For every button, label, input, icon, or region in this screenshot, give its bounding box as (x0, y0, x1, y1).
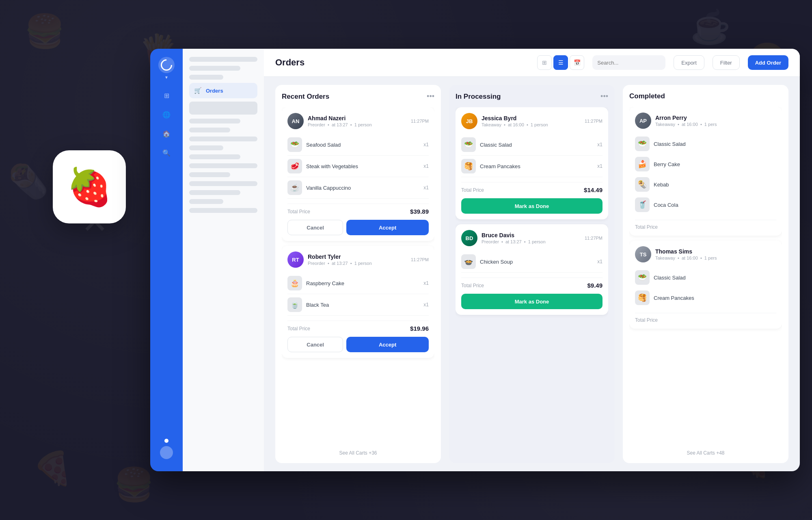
total-price-robert: $19.96 (410, 325, 429, 332)
nav-skel-2 (189, 66, 240, 71)
item-qty-chicken-soup: x1 (597, 259, 603, 264)
logo-spinner (158, 57, 175, 73)
item-img-cappuccino: ☕ (287, 180, 302, 195)
recent-orders-scroll: AN Ahmad Nazeri Preorder • at 13:27 • 1 … (282, 107, 434, 444)
order-info-robert: Robert Tyler Preorder • at 13:27 • 1 per… (308, 254, 407, 266)
view-toggle-group: ⊞ ☰ 📅 (537, 55, 584, 70)
completed-scroll: AP Arron Perry Takeaway • at 16:00 • 1 p… (629, 107, 782, 444)
item-img-raspberry-cake: 🎂 (287, 276, 302, 290)
item-img-classic-salad-j: 🥗 (461, 137, 476, 152)
mark-done-button-bruce[interactable]: Mark as Done (461, 294, 603, 309)
order-header-bruce: BD Bruce Davis Preorder • at 13:27 • 1 p… (461, 230, 603, 246)
sidebar-item-home[interactable]: 🏠 (155, 126, 178, 142)
order-header-ahmad: AN Ahmad Nazeri Preorder • at 13:27 • 1 … (287, 113, 429, 129)
nav-skel-7 (189, 136, 257, 141)
recent-orders-menu-icon[interactable]: ••• (427, 92, 434, 101)
completed-img-coca-cola: 🥤 (635, 197, 650, 212)
avatar-bruce: BD (461, 230, 477, 246)
in-processing-scroll: JB Jessica Byrd Takeaway • at 16:00 • 1 … (456, 107, 608, 456)
item-img-black-tea: 🍵 (287, 297, 302, 312)
total-row-bruce: Total Price $9.49 (461, 277, 603, 289)
order-info-arron: Arron Perry Takeaway • at 16:00 • 1 pers (655, 115, 776, 127)
mark-done-button-jessica[interactable]: Mark as Done (461, 198, 603, 214)
left-nav-skeleton-2 (189, 102, 257, 213)
in-processing-column: In Processing ••• JB Jessica Byrd Takeaw… (449, 85, 615, 463)
see-all-recent[interactable]: See All Carts +36 (282, 450, 434, 456)
sidebar-item-dashboard[interactable]: ⊞ (155, 88, 178, 104)
view-calendar-button[interactable]: 📅 (570, 55, 584, 70)
order-header-arron: AP Arron Perry Takeaway • at 16:00 • 1 p… (635, 113, 776, 129)
item-qty-steak: x1 (423, 163, 429, 169)
accept-button-ahmad[interactable]: Accept (346, 220, 429, 235)
nav-skel-8 (189, 145, 223, 150)
export-button[interactable]: Export (674, 55, 704, 70)
avatar-ahmad: AN (287, 113, 304, 129)
main-content: Orders ⊞ ☰ 📅 Export Filter Add Order Rec… (264, 49, 800, 471)
order-item-cappuccino: ☕ Vanilla Cappuccino x1 (287, 177, 429, 199)
order-time-bruce: 11:27PM (585, 236, 603, 240)
item-qty-classic-salad-j: x1 (597, 142, 603, 147)
app-icon: 🍓 (53, 150, 126, 223)
item-img-steak: 🥩 (287, 159, 302, 173)
sidebar-nav: ⊞ 🌐 🏠 🔍 (150, 88, 183, 439)
item-qty-black-tea: x1 (423, 302, 429, 308)
globe-icon: 🌐 (162, 111, 171, 119)
completed-header: Completed (629, 92, 782, 100)
sidebar-item-orders[interactable]: 🛒 Orders (189, 83, 257, 98)
order-info-ahmad: Ahmad Nazeri Preorder • at 13:27 • 1 per… (308, 115, 407, 127)
customer-name-thomas: Thomas Sims (655, 248, 776, 255)
in-processing-menu-icon[interactable]: ••• (600, 92, 608, 101)
completed-name-cream-pancakes-t: Cream Pancakes (654, 295, 694, 301)
dot-indicator-blue (160, 446, 173, 459)
nav-skel-4 (189, 102, 257, 115)
action-row-robert: Cancel Accept (287, 337, 429, 352)
sidebar-item-search[interactable]: 🔍 (155, 145, 178, 161)
completed-item-classic-salad-a: 🥗 Classic Salad (635, 134, 776, 154)
total-label-jessica: Total Price (461, 187, 484, 193)
item-name-steak: Steak with Vegetables (306, 163, 419, 169)
order-header-robert: RT Robert Tyler Preorder • at 13:27 • 1 … (287, 251, 429, 268)
order-info-thomas: Thomas Sims Takeaway • at 16:00 • 1 pers (655, 248, 776, 260)
home-icon: 🏠 (162, 130, 171, 138)
order-meta-ahmad: Preorder • at 13:27 • 1 person (308, 122, 407, 127)
completed-img-classic-salad-a: 🥗 (635, 136, 650, 151)
sidebar-item-analytics[interactable]: 🌐 (155, 107, 178, 123)
filter-button[interactable]: Filter (713, 55, 740, 70)
total-row-jessica: Total Price $14.49 (461, 182, 603, 193)
order-meta-arron: Takeaway • at 16:00 • 1 pers (655, 122, 776, 127)
accept-button-robert[interactable]: Accept (346, 337, 429, 352)
item-img-chicken-soup: 🍲 (461, 254, 476, 269)
item-qty-raspberry-cake: x1 (423, 280, 429, 286)
grid-icon: ⊞ (164, 92, 169, 100)
total-label-bruce: Total Price (461, 283, 484, 288)
order-info-jessica: Jessica Byrd Takeaway • at 16:00 • 1 per… (482, 115, 581, 127)
total-price-jessica: $14.49 (584, 186, 603, 193)
total-label-arron: Total Price (635, 224, 658, 230)
item-qty-cappuccino: x1 (423, 185, 429, 191)
completed-img-berry-cake: 🍰 (635, 157, 650, 171)
item-name-seafood-salad: Seafood Salad (306, 142, 419, 148)
action-row-ahmad: Cancel Accept (287, 220, 429, 235)
view-list-button[interactable]: ☰ (553, 55, 568, 70)
order-card-arron: AP Arron Perry Takeaway • at 16:00 • 1 p… (629, 107, 782, 236)
recent-orders-column: Recent Orders ••• AN Ahmad Nazeri Preord… (275, 85, 441, 463)
left-nav-skeleton (189, 57, 257, 80)
see-all-completed[interactable]: See All Carts +48 (629, 450, 782, 456)
cancel-button-ahmad[interactable]: Cancel (287, 220, 343, 235)
view-grid-button[interactable]: ⊞ (537, 55, 552, 70)
nav-skel-1 (189, 57, 257, 62)
nav-skel-5 (189, 119, 240, 124)
order-item-classic-salad-j: 🥗 Classic Salad x1 (461, 134, 603, 156)
order-item-raspberry-cake: 🎂 Raspberry Cake x1 (287, 273, 429, 294)
customer-name-ahmad: Ahmad Nazeri (308, 115, 407, 121)
add-order-button[interactable]: Add Order (748, 55, 788, 70)
search-input[interactable] (592, 55, 665, 70)
total-row-robert: Total Price $19.96 (287, 321, 429, 332)
app-container: ▼ ⊞ 🌐 🏠 🔍 🛒 (150, 49, 800, 471)
order-card-ahmad: AN Ahmad Nazeri Preorder • at 13:27 • 1 … (282, 107, 434, 241)
completed-title: Completed (629, 92, 665, 100)
order-header-jessica: JB Jessica Byrd Takeaway • at 16:00 • 1 … (461, 113, 603, 129)
cancel-button-robert[interactable]: Cancel (287, 337, 343, 352)
order-item-steak: 🥩 Steak with Vegetables x1 (287, 156, 429, 177)
sidebar-logo[interactable] (158, 57, 175, 73)
